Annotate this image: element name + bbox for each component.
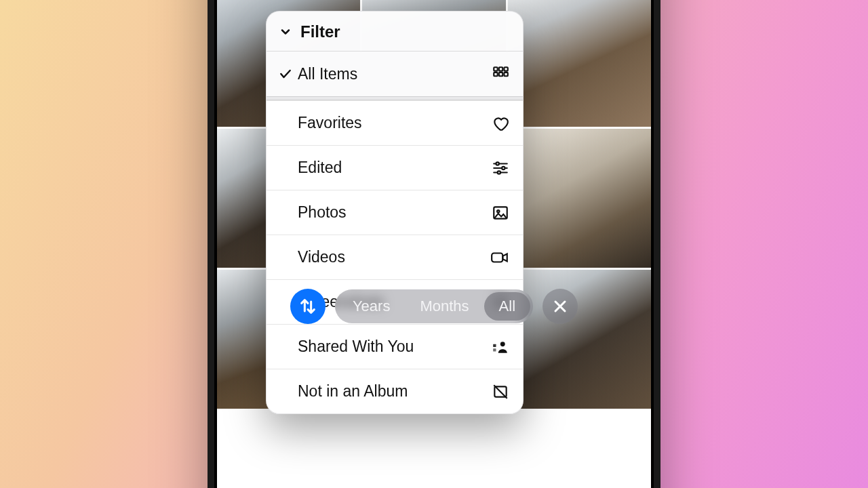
phone-frame: Filter All Items Favorites [208, 0, 660, 488]
shared-icon [492, 338, 509, 356]
filter-option-label: Not in an Album [298, 382, 492, 401]
video-icon [490, 249, 509, 266]
svg-rect-1 [499, 67, 502, 70]
filter-option-shared-with-you[interactable]: Shared With You [267, 324, 523, 369]
segment-months[interactable]: Months [405, 292, 484, 321]
sort-button[interactable] [290, 289, 326, 324]
photo-icon [492, 204, 509, 222]
checkmark-icon [276, 67, 295, 81]
filter-option-label: Photos [298, 203, 492, 222]
photo-thumbnail[interactable] [508, 129, 651, 268]
no-album-icon [492, 383, 509, 401]
svg-rect-3 [494, 73, 497, 76]
svg-point-13 [497, 210, 499, 212]
filter-option-label: Shared With You [298, 338, 492, 356]
grid-icon [492, 65, 509, 83]
filter-option-favorites[interactable]: Favorites [267, 100, 523, 145]
filter-option-label: Videos [298, 248, 490, 266]
segment-years[interactable]: Years [338, 292, 405, 321]
filter-option-all-items[interactable]: All Items [267, 52, 523, 96]
filter-option-label: Edited [298, 159, 492, 177]
chevron-down-icon [279, 25, 292, 39]
svg-rect-2 [504, 67, 507, 70]
svg-rect-0 [494, 67, 497, 70]
filter-option-label: All Items [298, 65, 492, 83]
filter-option-photos[interactable]: Photos [267, 190, 523, 235]
heart-icon [492, 115, 509, 132]
segment-all[interactable]: All [484, 292, 530, 321]
filter-option-edited[interactable]: Edited [267, 145, 523, 190]
close-icon [552, 298, 568, 314]
svg-rect-18 [493, 348, 496, 351]
svg-rect-4 [499, 73, 502, 76]
phone-screen: Filter All Items Favorites [217, 0, 651, 488]
photo-thumbnail[interactable] [508, 0, 651, 127]
sort-icon [298, 297, 317, 316]
sliders-icon [492, 159, 509, 177]
filter-menu-title: Filter [300, 22, 340, 41]
svg-rect-5 [504, 73, 507, 76]
svg-point-9 [502, 166, 505, 169]
filter-option-videos[interactable]: Videos [267, 235, 523, 279]
time-range-segmented-control: Years Months All [335, 289, 533, 323]
svg-rect-17 [493, 344, 496, 346]
svg-point-11 [498, 171, 500, 174]
filter-option-label: Favorites [298, 114, 492, 132]
bottom-toolbar: Years Months All [217, 285, 651, 328]
filter-option-not-in-album[interactable]: Not in an Album [267, 369, 523, 413]
svg-point-16 [500, 342, 505, 346]
filter-menu-header[interactable]: Filter [267, 12, 523, 52]
filter-menu: Filter All Items Favorites [266, 11, 524, 414]
svg-rect-14 [492, 253, 502, 262]
close-button[interactable] [542, 289, 578, 324]
svg-point-7 [496, 162, 499, 165]
